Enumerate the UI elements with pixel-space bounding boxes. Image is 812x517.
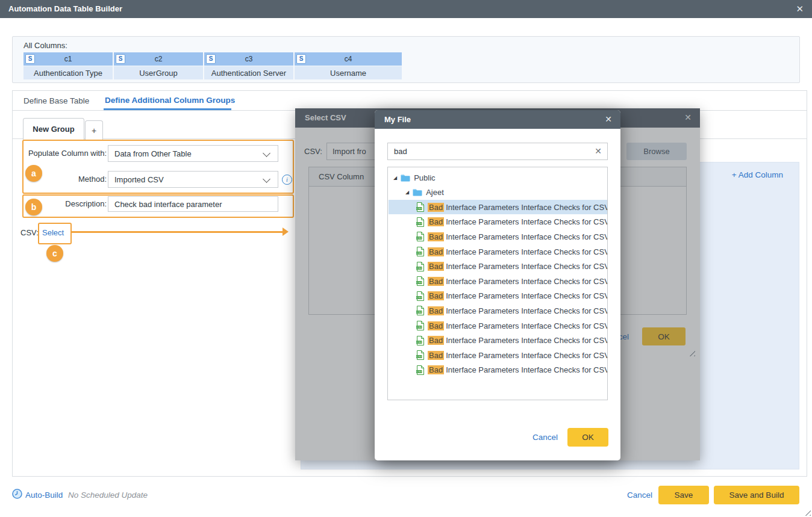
svg-text:CSV: CSV — [417, 311, 422, 314]
file-name: Interface Parameters Interface Checks fo… — [446, 217, 608, 226]
tree-file-item[interactable]: CSVBadInterface Parameters Interface Che… — [389, 200, 608, 214]
svg-text:CSV: CSV — [417, 267, 422, 270]
close-icon[interactable]: ✕ — [605, 114, 612, 124]
csv-file-icon: CSV — [416, 321, 424, 330]
column-header: Sc1 — [23, 52, 113, 66]
search-match-highlight: Bad — [428, 336, 444, 345]
column-name-cell: Authentication Server — [204, 66, 293, 79]
svg-text:CSV: CSV — [417, 207, 422, 210]
annotation-box-a — [22, 140, 294, 194]
search-match-highlight: Bad — [428, 291, 444, 300]
group-tab-new-group[interactable]: New Group — [23, 118, 84, 140]
folder-name: Ajeet — [426, 188, 444, 197]
column-name-cell: Username — [295, 66, 402, 79]
csv-select-link[interactable]: Select — [42, 228, 64, 237]
all-columns-table: Sc1Authentication TypeSc2UserGroupSc3Aut… — [23, 52, 402, 79]
schedule-status-text: No Scheduled Update — [68, 491, 148, 500]
tree-file-item[interactable]: CSVBadInterface Parameters Interface Che… — [389, 363, 608, 377]
file-name: Interface Parameters Interface Checks fo… — [446, 247, 608, 256]
add-group-tab-button[interactable]: + — [85, 120, 103, 140]
annotation-box-b — [22, 194, 294, 218]
file-name: Interface Parameters Interface Checks fo… — [446, 262, 608, 271]
file-search-input[interactable]: bad ✕ — [387, 143, 608, 160]
tree-file-item[interactable]: CSVBadInterface Parameters Interface Che… — [389, 259, 608, 274]
annotation-badge-a: a — [25, 165, 42, 182]
search-match-highlight: Bad — [428, 203, 444, 212]
my-file-cancel-link[interactable]: Cancel — [532, 433, 558, 442]
window-resize-grip[interactable] — [804, 509, 811, 516]
clock-icon — [12, 489, 22, 499]
folder-icon — [413, 188, 422, 196]
csv-file-icon: CSV — [416, 291, 424, 301]
search-match-highlight: Bad — [428, 277, 444, 286]
column-header: Sc2 — [114, 52, 203, 66]
tree-file-item[interactable]: CSVBadInterface Parameters Interface Che… — [389, 348, 608, 362]
csv-file-icon: CSV — [416, 202, 424, 212]
string-type-icon: S — [25, 54, 35, 64]
auto-build-link[interactable]: Auto-Build — [25, 491, 63, 500]
column-c3: Sc3Authentication Server — [204, 52, 293, 79]
file-name: Interface Parameters Interface Checks fo… — [446, 351, 608, 360]
search-match-highlight: Bad — [428, 321, 444, 330]
tree-file-item[interactable]: CSVBadInterface Parameters Interface Che… — [389, 318, 608, 333]
svg-text:CSV: CSV — [417, 281, 422, 284]
tree-file-item[interactable]: CSVBadInterface Parameters Interface Che… — [389, 289, 608, 303]
csv-file-icon: CSV — [416, 336, 424, 345]
my-file-titlebar: My File ✕ — [375, 110, 620, 129]
tree-folder-public[interactable]: ◢Public — [389, 170, 608, 185]
svg-text:CSV: CSV — [417, 326, 422, 329]
tree-file-item[interactable]: CSVBadInterface Parameters Interface Che… — [389, 274, 608, 288]
tree-folder-ajeet[interactable]: ◢Ajeet — [389, 185, 608, 200]
column-name-cell: UserGroup — [114, 66, 203, 79]
search-match-highlight: Bad — [428, 351, 444, 360]
csv-file-icon: CSV — [416, 262, 424, 271]
my-file-title: My File — [384, 115, 411, 124]
expand-arrow-icon[interactable]: ◢ — [405, 190, 409, 195]
svg-text:CSV: CSV — [417, 296, 422, 299]
csv-file-icon: CSV — [416, 217, 424, 227]
tab-define-additional-column-groups[interactable]: Define Additional Column Groups — [105, 96, 235, 105]
column-id: c3 — [245, 55, 253, 63]
tree-file-item[interactable]: CSVBadInterface Parameters Interface Che… — [389, 229, 608, 244]
annotation-arrow-head — [283, 228, 289, 236]
file-name: Interface Parameters Interface Checks fo… — [446, 232, 608, 241]
csv-file-icon: CSV — [416, 247, 424, 256]
add-column-link[interactable]: + Add Column — [732, 170, 783, 179]
automation-data-table-builder-window: Automation Data Table Builder ✕ All Colu… — [0, 0, 812, 517]
window-close-icon[interactable]: ✕ — [796, 4, 804, 14]
file-name: Interface Parameters Interface Checks fo… — [446, 291, 608, 300]
tree-file-item[interactable]: CSVBadInterface Parameters Interface Che… — [389, 244, 608, 259]
svg-text:CSV: CSV — [417, 237, 422, 240]
csv-file-icon: CSV — [416, 232, 424, 241]
column-name-cell: Authentication Type — [23, 66, 113, 79]
column-id: c1 — [64, 55, 72, 63]
tree-file-item[interactable]: CSVBadInterface Parameters Interface Che… — [389, 303, 608, 318]
tree-file-item[interactable]: CSVBadInterface Parameters Interface Che… — [389, 333, 608, 348]
file-name: Interface Parameters Interface Checks fo… — [446, 306, 608, 315]
column-id: c2 — [155, 55, 163, 63]
search-match-highlight: Bad — [428, 217, 444, 226]
search-match-highlight: Bad — [428, 262, 444, 271]
search-match-highlight: Bad — [428, 232, 444, 241]
file-search-value: bad — [394, 147, 407, 156]
window-titlebar: Automation Data Table Builder ✕ — [0, 0, 812, 18]
svg-text:CSV: CSV — [417, 222, 422, 225]
save-and-build-button[interactable]: Save and Build — [714, 486, 799, 504]
column-id: c4 — [345, 55, 352, 63]
column-c4: Sc4Username — [295, 52, 402, 79]
clear-search-icon[interactable]: ✕ — [595, 146, 602, 156]
csv-file-icon: CSV — [416, 306, 424, 315]
annotation-badge-c: c — [46, 245, 63, 262]
tab-define-base-table[interactable]: Define Base Table — [23, 96, 89, 105]
column-c1: Sc1Authentication Type — [23, 52, 113, 79]
tree-file-item[interactable]: CSVBadInterface Parameters Interface Che… — [389, 215, 608, 229]
expand-arrow-icon[interactable]: ◢ — [393, 175, 397, 181]
my-file-ok-button[interactable]: OK — [567, 428, 608, 447]
save-button[interactable]: Save — [658, 486, 709, 504]
active-tab-underline — [104, 108, 231, 110]
cancel-link[interactable]: Cancel — [627, 491, 652, 500]
window-title: Automation Data Table Builder — [8, 4, 122, 13]
all-columns-section: All Columns: Sc1Authentication TypeSc2Us… — [12, 36, 800, 83]
file-tree: ◢Public◢AjeetCSVBadInterface Parameters … — [387, 167, 608, 400]
column-header: Sc4 — [295, 52, 402, 66]
